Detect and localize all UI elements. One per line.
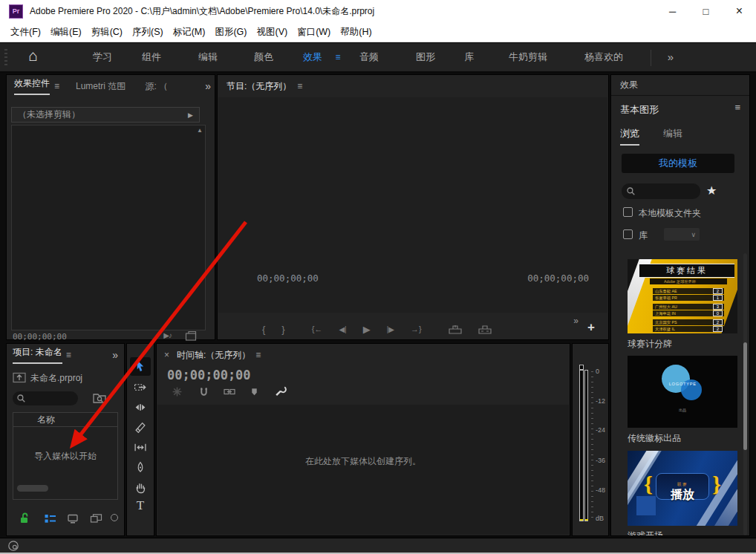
home-icon[interactable]: ⌂: [28, 47, 38, 65]
close-button[interactable]: ×: [723, 0, 756, 22]
menu-markers[interactable]: 标记(M): [173, 26, 206, 39]
find-in-project-icon[interactable]: [93, 391, 106, 404]
effect-controls-panel-menu-icon[interactable]: ≡: [54, 81, 59, 91]
hand-tool-icon[interactable]: [134, 481, 147, 494]
track-select-forward-tool-icon[interactable]: [134, 381, 147, 394]
clip-selector-bar[interactable]: （未选择剪辑） ▶: [11, 107, 200, 123]
step-forward-icon[interactable]: |▶: [387, 325, 394, 333]
timeline-timecode[interactable]: 00;00;00;00: [167, 368, 251, 382]
tab-timeline[interactable]: 时间轴:（无序列）: [177, 349, 250, 362]
button-editor-icon[interactable]: +: [587, 320, 595, 335]
tab-edit[interactable]: 编辑: [663, 127, 682, 140]
play-icon[interactable]: ▶: [363, 324, 371, 335]
mark-in-icon[interactable]: {: [262, 324, 265, 335]
timeline-settings-wrench-icon[interactable]: [274, 385, 287, 397]
go-to-out-icon[interactable]: →}: [411, 325, 422, 333]
ripple-edit-tool-icon[interactable]: [134, 401, 147, 414]
workspace-tab-graphics[interactable]: 图形: [416, 43, 435, 71]
step-back-icon[interactable]: ◀|: [339, 325, 346, 333]
my-templates-dropdown[interactable]: 我的模板: [622, 154, 734, 173]
clip-selector-expand-icon[interactable]: ▶: [188, 111, 193, 119]
libraries-dropdown[interactable]: ∨: [664, 228, 700, 241]
insert-overwrite-sequence-icon[interactable]: [172, 386, 183, 397]
freeform-view-icon[interactable]: [90, 513, 102, 524]
slip-tool-icon[interactable]: [134, 441, 147, 454]
minimize-button[interactable]: ─: [656, 0, 689, 22]
menu-window[interactable]: 窗口(W): [297, 26, 330, 39]
play-audio-icon[interactable]: ▶♪: [163, 331, 172, 339]
transport-overflow-icon[interactable]: »: [573, 316, 579, 326]
templates-scrollbar-thumb[interactable]: [743, 342, 747, 450]
template-thumbnail-game-opener[interactable]: { } 联赛 播放: [628, 451, 737, 526]
tab-lumetri-scopes[interactable]: Lumetri 范围: [76, 80, 126, 93]
project-up-one-level-icon[interactable]: [13, 372, 26, 383]
templates-search-input[interactable]: [622, 183, 700, 199]
menu-view[interactable]: 视图(V): [256, 26, 287, 39]
project-panel-menu-icon[interactable]: ≡: [66, 350, 71, 360]
razor-tool-icon[interactable]: [134, 421, 147, 434]
menu-file[interactable]: 文件(F): [10, 26, 41, 39]
workspace-tab-color[interactable]: 颜色: [254, 43, 273, 71]
panel-drag-handle[interactable]: [4, 49, 7, 67]
menu-graphics[interactable]: 图形(G): [215, 26, 247, 39]
mark-out-icon[interactable]: }: [281, 324, 284, 335]
project-hscrollbar[interactable]: [17, 485, 48, 492]
workspace-tab-yang-favorites[interactable]: 杨喜欢的: [584, 43, 623, 71]
workspace-tab-audio[interactable]: 音频: [359, 43, 379, 71]
template-thumbnail-logo[interactable]: LOGOTYPE 出品: [628, 356, 737, 428]
lift-icon[interactable]: [449, 325, 462, 334]
project-search-input[interactable]: [13, 391, 78, 405]
name-column-header[interactable]: 名称: [37, 414, 55, 426]
project-filename[interactable]: 未命名.prproj: [30, 372, 82, 385]
local-templates-checkbox[interactable]: [623, 207, 633, 217]
project-bin-list[interactable]: 名称 导入媒体以开始: [13, 412, 118, 500]
tab-source-monitor[interactable]: 源: （: [145, 80, 168, 93]
effect-controls-overflow-icon[interactable]: »: [205, 80, 211, 92]
program-monitor-panel-menu-icon[interactable]: ≡: [297, 81, 302, 91]
creative-cloud-sync-icon[interactable]: [7, 540, 19, 552]
audio-meter-bar-right[interactable]: [584, 370, 588, 521]
workspace-tab-assembly[interactable]: 组件: [142, 43, 161, 71]
workspace-tab-editing[interactable]: 编辑: [198, 43, 218, 71]
pen-tool-icon[interactable]: [134, 461, 147, 474]
icon-view-icon[interactable]: [67, 513, 79, 524]
tab-effect-controls[interactable]: 效果控件: [14, 77, 50, 95]
list-view-icon[interactable]: [44, 513, 56, 524]
program-position-timecode[interactable]: 00;00;00;00: [257, 273, 319, 284]
favorites-star-icon[interactable]: ★: [706, 183, 717, 198]
snap-magnet-icon[interactable]: [198, 386, 209, 397]
export-frame-icon[interactable]: [185, 330, 197, 342]
timeline-panel-menu-icon[interactable]: ≡: [255, 350, 261, 360]
extract-icon[interactable]: [478, 325, 492, 334]
audio-meter-bar-left[interactable]: [579, 370, 584, 521]
project-writable-lock-icon[interactable]: [19, 512, 30, 524]
workspace-overflow-icon[interactable]: »: [668, 43, 674, 71]
linked-selection-icon[interactable]: [224, 386, 235, 397]
selection-tool-icon[interactable]: [134, 359, 147, 372]
workspace-tab-effects[interactable]: 效果: [303, 43, 322, 71]
workspace-tab-milk-edit[interactable]: 牛奶剪辑: [509, 43, 547, 71]
type-tool-icon[interactable]: T: [137, 498, 144, 513]
workspace-tab-learning[interactable]: 学习: [93, 43, 112, 71]
project-overflow-icon[interactable]: »: [112, 349, 118, 361]
menu-sequence[interactable]: 序列(S): [132, 26, 163, 39]
maximize-button[interactable]: □: [689, 0, 723, 22]
menu-help[interactable]: 帮助(H): [340, 26, 371, 39]
add-marker-icon[interactable]: [249, 386, 260, 397]
tab-program-monitor[interactable]: 节目:（无序列）: [227, 80, 291, 93]
timeline-close-icon[interactable]: ×: [164, 350, 169, 360]
tab-effects[interactable]: 效果: [620, 79, 638, 91]
template-thumbnail-scoreboard[interactable]: 球赛结果 Adobe 足球世界杯 山东鲁能 AE 2 华夏幸福 PR 1 广州恒…: [628, 259, 737, 333]
zoom-slider-handle-icon[interactable]: [111, 514, 118, 521]
essential-graphics-menu-icon[interactable]: ≡: [734, 102, 740, 113]
tab-project[interactable]: 项目: 未命名: [13, 346, 62, 364]
workspace-tab-menu-icon[interactable]: ≡: [335, 43, 340, 71]
scroll-up-icon[interactable]: ▲: [197, 127, 203, 134]
workspace-tab-libraries[interactable]: 库: [465, 43, 475, 71]
menu-edit[interactable]: 编辑(E): [50, 26, 82, 39]
libraries-checkbox[interactable]: [623, 229, 633, 239]
tab-browse[interactable]: 浏览: [620, 127, 639, 146]
menu-clip[interactable]: 剪辑(C): [91, 26, 123, 39]
go-to-in-icon[interactable]: {←: [312, 325, 323, 333]
timeline-drop-zone[interactable]: 在此处放下媒体以创建序列。: [157, 405, 569, 535]
